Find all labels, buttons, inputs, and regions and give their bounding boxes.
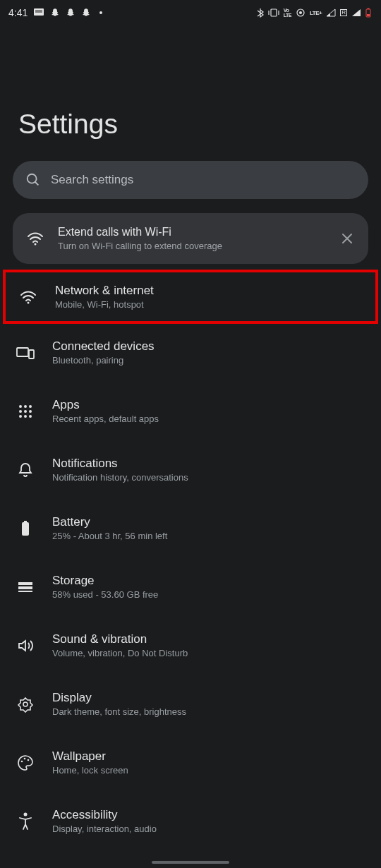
item-title: Battery <box>52 515 365 529</box>
svg-rect-10 <box>17 348 28 356</box>
svg-rect-6 <box>367 14 370 16</box>
svg-point-15 <box>19 410 22 413</box>
search-icon <box>25 172 41 188</box>
item-subtitle: Notification history, conversations <box>52 472 365 483</box>
svg-point-2 <box>299 11 302 14</box>
item-title: Storage <box>52 574 365 588</box>
svg-point-16 <box>24 410 27 413</box>
svg-point-28 <box>24 757 26 759</box>
settings-item-notifications[interactable]: Notifications Notification history, conv… <box>0 445 381 494</box>
item-title: Accessibility <box>52 808 365 822</box>
settings-item-sound[interactable]: Sound & vibration Volume, vibration, Do … <box>0 621 381 670</box>
item-subtitle: Volume, vibration, Do Not Disturb <box>52 648 365 658</box>
page-title: Settings <box>0 24 381 161</box>
speaker-icon <box>16 636 35 656</box>
settings-item-apps[interactable]: Apps Recent apps, default apps <box>0 387 381 435</box>
snapchat-icon <box>81 7 91 18</box>
search-bar[interactable] <box>13 161 368 199</box>
status-right: VoLTE LTE+ R <box>257 8 371 18</box>
battery-icon <box>365 8 371 18</box>
svg-point-12 <box>19 405 22 408</box>
settings-item-accessibility[interactable]: Accessibility Display, interaction, audi… <box>0 797 381 845</box>
item-title: Apps <box>52 398 365 412</box>
close-button[interactable] <box>339 230 356 247</box>
svg-point-9 <box>28 301 30 303</box>
settings-item-display[interactable]: Display Dark theme, font size, brightnes… <box>0 680 381 728</box>
promo-text: Extend calls with Wi-Fi Turn on Wi-Fi ca… <box>58 226 326 251</box>
settings-item-network[interactable]: Network & internet Mobile, Wi-Fi, hotspo… <box>6 274 375 320</box>
close-icon <box>341 232 353 245</box>
svg-rect-1 <box>271 9 277 16</box>
wifi-icon <box>18 287 38 307</box>
item-subtitle: Recent apps, default apps <box>52 414 365 424</box>
promo-subtitle: Turn on Wi-Fi calling to extend coverage <box>58 241 326 251</box>
item-title: Connected devices <box>52 339 365 354</box>
status-bar: 4:41 VoLTE LTE+ R <box>0 0 381 24</box>
svg-point-18 <box>19 415 22 418</box>
item-title: Wallpaper <box>52 749 365 764</box>
devices-icon <box>16 343 35 363</box>
wifi-calling-promo[interactable]: Extend calls with Wi-Fi Turn on Wi-Fi ca… <box>13 213 368 264</box>
svg-rect-22 <box>24 521 27 522</box>
search-input[interactable] <box>51 173 356 187</box>
vibrate-icon <box>268 8 279 17</box>
svg-rect-24 <box>18 586 32 589</box>
svg-point-7 <box>28 174 37 183</box>
bluetooth-icon <box>257 8 264 18</box>
volte-indicator: VoLTE <box>284 8 291 18</box>
svg-rect-5 <box>368 8 370 10</box>
hotspot-icon <box>296 8 306 18</box>
item-subtitle: Display, interaction, audio <box>52 824 365 834</box>
promo-title: Extend calls with Wi-Fi <box>58 226 326 239</box>
item-subtitle: Home, lock screen <box>52 765 365 776</box>
svg-point-30 <box>24 812 28 816</box>
accessibility-icon <box>16 812 35 831</box>
settings-item-storage[interactable]: Storage 58% used - 53.60 GB free <box>0 562 381 611</box>
item-subtitle: Dark theme, font size, brightness <box>52 706 365 717</box>
svg-point-17 <box>29 410 32 413</box>
wifi-icon <box>25 229 45 248</box>
brightness-icon <box>16 694 35 714</box>
home-indicator[interactable] <box>152 861 229 864</box>
item-subtitle: Bluetooth, pairing <box>52 355 365 366</box>
item-title: Notifications <box>52 457 365 471</box>
item-subtitle: 58% used - 53.60 GB free <box>52 589 365 600</box>
item-title: Display <box>52 691 365 705</box>
lte-indicator: LTE+ <box>310 10 322 16</box>
svg-rect-11 <box>29 350 34 358</box>
status-left: 4:41 <box>8 7 102 18</box>
signal-icon <box>326 8 336 17</box>
apps-icon <box>16 402 35 421</box>
svg-rect-25 <box>18 591 32 592</box>
svg-point-29 <box>28 759 30 761</box>
settings-item-connected-devices[interactable]: Connected devices Bluetooth, pairing <box>0 328 381 377</box>
more-notifications-dot <box>99 11 102 14</box>
settings-item-battery[interactable]: Battery 25% - About 3 hr, 56 min left <box>0 504 381 553</box>
highlight-annotation: Network & internet Mobile, Wi-Fi, hotspo… <box>3 270 378 324</box>
message-icon <box>33 8 44 18</box>
storage-icon <box>16 577 35 597</box>
status-time: 4:41 <box>8 7 28 18</box>
settings-list: Connected devices Bluetooth, pairing App… <box>0 324 381 868</box>
battery-icon <box>16 519 35 538</box>
roaming-indicator: R <box>340 9 347 16</box>
svg-point-27 <box>21 760 23 762</box>
svg-point-13 <box>24 405 27 408</box>
item-subtitle: Mobile, Wi-Fi, hotspot <box>55 299 363 310</box>
settings-item-wallpaper[interactable]: Wallpaper Home, lock screen <box>0 738 381 787</box>
svg-point-20 <box>29 415 32 418</box>
svg-point-14 <box>29 405 32 408</box>
svg-point-8 <box>35 243 37 246</box>
item-title: Sound & vibration <box>52 632 365 646</box>
bell-icon <box>16 460 35 480</box>
item-subtitle: 25% - About 3 hr, 56 min left <box>52 531 365 541</box>
snapchat-icon <box>66 7 75 18</box>
svg-rect-23 <box>18 582 32 585</box>
palette-icon <box>16 753 35 773</box>
svg-point-19 <box>24 415 27 418</box>
snapchat-icon <box>50 7 60 18</box>
svg-point-26 <box>23 702 28 706</box>
item-title: Network & internet <box>55 284 363 298</box>
signal-icon-2 <box>351 8 361 17</box>
svg-rect-21 <box>22 522 29 536</box>
